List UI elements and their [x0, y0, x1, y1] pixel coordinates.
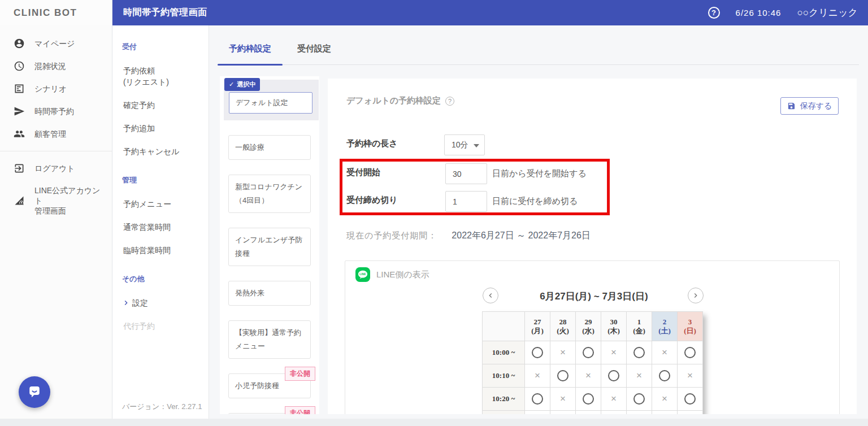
hidden-badge: 非公開: [285, 367, 315, 381]
menu-item-label: 発熱外来: [235, 286, 264, 300]
sidebar-item-label: シナリオ: [34, 84, 67, 94]
week-range-label: 6月27日(月) ~ 7月3日(日): [498, 290, 690, 303]
sidebar-item[interactable]: LINE公式アカウント 管理画面: [0, 180, 112, 221]
subsidebar-section: その他設定代行予約: [112, 267, 209, 338]
subsidebar-item[interactable]: 確定予約: [112, 94, 209, 117]
slot-cell: [525, 388, 550, 411]
available-circle-icon: [684, 393, 696, 405]
save-button-label: 保存する: [800, 101, 832, 111]
menu-item-label: 小児予防接種: [235, 379, 279, 393]
settings-panel: デフォルトの予約枠設定 ? 保存する 予約枠の長さ 10分 受付開始 日前から受…: [328, 79, 857, 414]
current-period: 現在の予約受付期間： 2022年6月27日 ～ 2022年7月26日: [346, 230, 591, 242]
subsidebar-section: 管理予約メニュー通常営業時間臨時営業時間: [112, 168, 209, 262]
tab-inactive[interactable]: 受付設定: [286, 44, 342, 64]
slot-cell: [678, 388, 703, 411]
slot-cell: [627, 388, 652, 411]
slot-length-select[interactable]: 10分: [444, 134, 485, 155]
slot-cell: ×: [627, 364, 652, 388]
slot-cell: ×: [550, 388, 576, 411]
line-preview-header: LINE LINE側の表示: [355, 267, 429, 282]
unavailable-cross-icon: ×: [611, 347, 617, 358]
sidebar-nav: マイページ混雑状況シナリオ時間帯予約顧客管理ログアウトLINE公式アカウント 管…: [0, 25, 112, 221]
save-button[interactable]: 保存する: [780, 97, 839, 115]
menu-item[interactable]: 一般診療: [228, 135, 311, 160]
subsidebar-item[interactable]: 通常営業時間: [112, 216, 209, 239]
available-circle-icon: [583, 393, 594, 405]
account-circle-icon: [14, 38, 25, 49]
sidebar-item[interactable]: ログアウト: [0, 157, 112, 180]
unavailable-cross-icon: ×: [687, 370, 693, 381]
sidebar-item-label: LINE公式アカウント 管理画面: [34, 185, 106, 216]
unavailable-cross-icon: ×: [535, 370, 540, 381]
calendar-row: [483, 411, 703, 415]
day-header: 28(火): [550, 312, 576, 341]
chevron-left-icon: [486, 291, 495, 300]
unavailable-cross-icon: ×: [560, 393, 566, 404]
slot-cell: ×: [601, 388, 627, 411]
menu-item[interactable]: 新型コロナワクチン（4回目）: [228, 175, 311, 213]
time-label: 10:20 ~: [483, 388, 525, 411]
available-circle-icon: [583, 347, 594, 358]
subsidebar-section: 受付予約依頼 (リクエスト)確定予約予約追加予約キャンセル: [112, 34, 209, 163]
menu-item[interactable]: デフォルト設定: [229, 92, 313, 114]
prev-week-button[interactable]: [483, 288, 498, 303]
chat-widget-button[interactable]: [19, 376, 50, 408]
sidebar-item[interactable]: 時間帯予約: [0, 100, 112, 123]
page: 時間帯予約管理画面 ? 6/26 10:46 ○○クリニック CLINIC BO…: [0, 0, 868, 426]
subsidebar-item[interactable]: 予約メニュー: [112, 193, 209, 216]
subsidebar-item[interactable]: 予約キャンセル: [112, 140, 209, 163]
accept-deadline-input[interactable]: [445, 191, 487, 212]
menu-item-label: 新型コロナワクチン（4回目）: [235, 180, 304, 207]
menu-item[interactable]: 【実験用】通常予約メニュー: [228, 320, 311, 359]
slot-cell: [525, 341, 550, 364]
tab-active[interactable]: 予約枠設定: [218, 44, 283, 64]
help-icon[interactable]: ?: [708, 7, 720, 19]
slot-cell: [576, 388, 601, 411]
sidebar-item[interactable]: 顧客管理: [0, 123, 112, 145]
slot-cell: [576, 341, 601, 364]
page-title: 時間帯予約管理画面: [123, 7, 207, 19]
sidebar-item-label: 顧客管理: [34, 129, 66, 139]
slot-cell: [652, 411, 678, 415]
menu-item[interactable]: 非公開: [228, 413, 311, 414]
menu-item-label: 一般診療: [235, 141, 264, 154]
subsidebar-item[interactable]: 予約追加: [112, 117, 209, 140]
menu-item-selected-wrap: ✓選択中デフォルト設定: [224, 80, 319, 120]
main-content: 予約枠設定受付設定 ✓選択中デフォルト設定一般診療新型コロナワクチン（4回目）イ…: [209, 25, 868, 419]
slot-cell: [576, 411, 601, 415]
accept-deadline-label: 受付締め切り: [346, 195, 398, 206]
menu-item[interactable]: 小児予防接種非公開: [228, 373, 311, 398]
hidden-badge: 非公開: [285, 406, 315, 414]
menu-item[interactable]: 発熱外来: [228, 281, 311, 306]
slot-cell: [627, 341, 652, 364]
help-icon[interactable]: ?: [445, 97, 454, 106]
sidebar-item[interactable]: マイページ: [0, 32, 112, 55]
menu-item[interactable]: インフルエンザ予防接種: [228, 228, 311, 266]
available-circle-icon: [532, 347, 543, 358]
scenario-list-icon: [14, 83, 25, 94]
time-label: 10:10 ~: [483, 364, 525, 388]
available-circle-icon: [633, 347, 645, 358]
day-header: 2(土): [652, 312, 678, 341]
accept-start-input[interactable]: [445, 163, 487, 184]
subsidebar-item[interactable]: 予約依頼 (リクエスト): [112, 59, 209, 94]
subsidebar-item[interactable]: 臨時営業時間: [112, 239, 209, 262]
save-icon: [787, 102, 796, 110]
sidebar-item[interactable]: 混雑状況: [0, 55, 112, 77]
topbar: 時間帯予約管理画面 ? 6/26 10:46 ○○クリニック: [112, 0, 868, 25]
time-label: [483, 411, 525, 415]
slot-cell: [627, 411, 652, 415]
slot-cell: [601, 411, 627, 415]
calendar-row: 10:10 ~××××: [483, 364, 703, 388]
panel-title-text: デフォルトの予約枠設定: [346, 95, 441, 106]
datetime-label: 6/26 10:46: [736, 8, 782, 18]
available-circle-icon: [608, 370, 619, 381]
calendar-corner: [483, 312, 525, 341]
subsidebar-item[interactable]: 設定: [112, 292, 209, 315]
account-name[interactable]: ○○クリニック: [797, 6, 858, 19]
sidebar-item[interactable]: シナリオ: [0, 77, 112, 100]
next-week-button[interactable]: [688, 288, 704, 303]
slot-cell: ×: [652, 341, 678, 364]
slot-cell: ×: [576, 364, 601, 388]
day-header: 30(木): [601, 312, 627, 341]
